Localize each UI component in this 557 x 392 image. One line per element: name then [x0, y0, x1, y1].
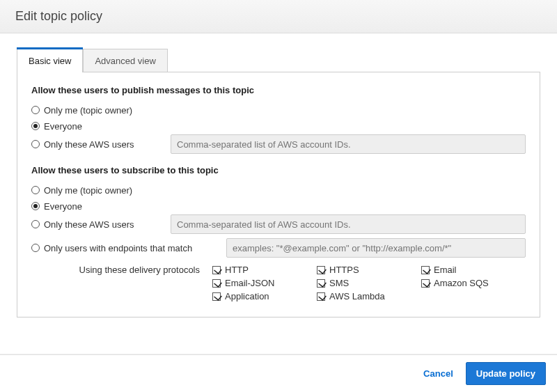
- protocol-lambda-checkbox[interactable]: [317, 292, 325, 301]
- protocol-https: HTTPS: [317, 265, 421, 275]
- subscribe-only-me-label: Only me (topic owner): [44, 185, 132, 196]
- publish-aws-users-label: Only these AWS users: [44, 139, 134, 150]
- protocol-http-label: HTTP: [225, 265, 249, 275]
- page-title: Edit topic policy: [0, 0, 557, 33]
- tab-basic-view-label: Basic view: [29, 56, 71, 66]
- protocol-https-label: HTTPS: [329, 265, 359, 275]
- publish-section: Allow these users to publish messages to…: [31, 85, 526, 154]
- update-policy-button[interactable]: Update policy: [466, 362, 546, 385]
- protocol-lambda-label: AWS Lambda: [329, 291, 385, 301]
- protocol-application-checkbox[interactable]: [212, 292, 221, 301]
- publish-only-me-label: Only me (topic owner): [44, 105, 132, 116]
- protocol-http-checkbox[interactable]: [212, 266, 221, 274]
- subscribe-endpoints-input[interactable]: [226, 238, 526, 258]
- protocol-email: Email: [421, 265, 526, 275]
- subscribe-endpoints-label: Only users with endpoints that match: [44, 243, 192, 253]
- subscribe-aws-users-label: Only these AWS users: [44, 219, 134, 230]
- publish-everyone-row: Everyone: [31, 118, 526, 134]
- subscribe-aws-users-input[interactable]: [171, 214, 526, 234]
- protocol-email-label: Email: [434, 265, 457, 275]
- content-area: Basic view Advanced view Allow these use…: [0, 33, 557, 317]
- subscribe-section-title: Allow these users to subscribe to this t…: [31, 165, 526, 175]
- protocol-sqs-checkbox[interactable]: [421, 279, 430, 288]
- publish-aws-users-row: Only these AWS users: [31, 134, 526, 154]
- subscribe-everyone-radio[interactable]: [31, 202, 40, 210]
- subscribe-section: Allow these users to subscribe to this t…: [31, 165, 526, 301]
- protocol-email-checkbox[interactable]: [421, 266, 430, 274]
- subscribe-aws-users-radio[interactable]: [31, 220, 40, 228]
- publish-section-title: Allow these users to publish messages to…: [31, 85, 526, 95]
- subscribe-endpoints-radio[interactable]: [31, 244, 40, 252]
- tab-advanced-view[interactable]: Advanced view: [83, 49, 167, 72]
- subscribe-only-me-row: Only me (topic owner): [31, 182, 526, 198]
- publish-aws-users-input[interactable]: [171, 134, 526, 154]
- protocol-sms-checkbox[interactable]: [317, 279, 325, 288]
- protocol-application: Application: [212, 291, 317, 301]
- protocols-grid: HTTP HTTPS Email Email-JSON: [212, 265, 526, 301]
- publish-aws-users-radio[interactable]: [31, 140, 40, 148]
- protocol-http: HTTP: [212, 265, 317, 275]
- publish-everyone-radio[interactable]: [31, 122, 40, 130]
- subscribe-endpoints-row: Only users with endpoints that match: [31, 238, 526, 258]
- publish-only-me-radio[interactable]: [31, 106, 40, 114]
- panel-basic: Allow these users to publish messages to…: [17, 72, 540, 317]
- protocol-sqs: Amazon SQS: [421, 278, 526, 288]
- protocol-sms: SMS: [317, 278, 421, 288]
- subscribe-everyone-label: Everyone: [44, 201, 82, 212]
- protocol-email-json: Email-JSON: [212, 278, 317, 288]
- protocol-application-label: Application: [225, 291, 269, 301]
- tab-advanced-view-label: Advanced view: [95, 56, 155, 66]
- subscribe-only-me-radio[interactable]: [31, 186, 40, 194]
- protocol-email-json-label: Email-JSON: [225, 278, 275, 288]
- publish-only-me-row: Only me (topic owner): [31, 102, 526, 118]
- tab-basic-view[interactable]: Basic view: [17, 49, 83, 72]
- protocol-sms-label: SMS: [329, 278, 349, 288]
- tabs: Basic view Advanced view: [17, 49, 540, 72]
- publish-everyone-label: Everyone: [44, 121, 82, 132]
- subscribe-everyone-row: Everyone: [31, 198, 526, 214]
- subscribe-aws-users-row: Only these AWS users: [31, 214, 526, 234]
- protocols-label: Using these delivery protocols: [31, 265, 212, 301]
- page-title-text: Edit topic policy: [15, 9, 102, 24]
- protocol-email-json-checkbox[interactable]: [212, 279, 221, 288]
- protocol-sqs-label: Amazon SQS: [434, 278, 489, 288]
- cancel-button[interactable]: Cancel: [423, 368, 453, 379]
- protocols-row: Using these delivery protocols HTTP HTTP…: [31, 265, 526, 301]
- protocol-https-checkbox[interactable]: [317, 266, 325, 274]
- footer: Cancel Update policy: [0, 354, 557, 392]
- protocol-lambda: AWS Lambda: [317, 291, 421, 301]
